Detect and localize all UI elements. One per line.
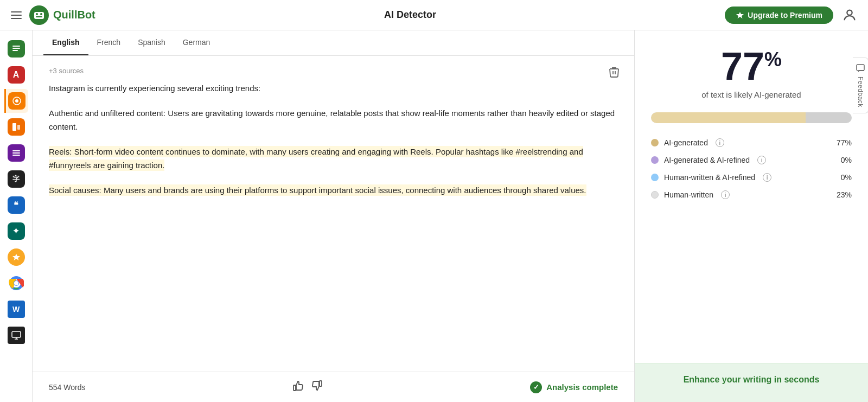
sidebar-item-ai-detector[interactable]	[4, 89, 28, 113]
sidebar-item-summarizer[interactable]	[4, 37, 28, 61]
svg-rect-13	[12, 150, 20, 151]
svg-rect-6	[12, 46, 20, 47]
tab-spanish[interactable]: Spanish	[129, 30, 174, 55]
results-area: 77% of text is likely AI-generated AI-ge…	[635, 30, 868, 363]
grammar-icon: A	[8, 66, 25, 84]
paragraph-2: Authentic and unfiltered content: Users …	[49, 106, 618, 134]
feedback-tab[interactable]: Feedback	[853, 58, 868, 113]
legend-ai-refined: AI-generated & AI-refined i 0%	[651, 156, 852, 164]
paragraph-4: Social causes: Many users and brands are…	[49, 183, 618, 197]
ai-percentage: 77%	[721, 47, 782, 86]
sources-tag: +3 sources	[49, 67, 618, 75]
sidebar-item-translator[interactable]: 字	[4, 167, 28, 191]
thumbs-up-icon[interactable]	[292, 380, 304, 394]
tab-german[interactable]: German	[174, 30, 219, 55]
svg-rect-14	[12, 152, 20, 154]
right-panel: 77% of text is likely AI-generated AI-ge…	[635, 30, 868, 402]
word-count: 554 Words	[49, 383, 85, 392]
left-panel: English French Spanish German +3 sources…	[33, 30, 635, 402]
ai-refined-value: 0%	[841, 156, 852, 164]
translator-icon: 字	[8, 170, 25, 188]
svg-rect-0	[34, 12, 44, 19]
premium-icon	[8, 248, 25, 266]
sidebar: A 字 ❝ ✦	[0, 30, 33, 402]
tab-english[interactable]: English	[43, 30, 88, 55]
human-written-value: 23%	[837, 190, 852, 199]
svg-point-20	[14, 281, 18, 285]
sidebar-item-paraphraser[interactable]	[4, 115, 28, 139]
text-content: Instagram is currently experiencing seve…	[49, 81, 618, 197]
sidebar-item-premium[interactable]	[4, 245, 28, 269]
likelihood-text: of text is likely AI-generated	[701, 90, 801, 99]
promo-text: Enhance your writing in seconds	[651, 375, 852, 385]
human-written-info[interactable]: i	[721, 190, 730, 199]
summarizer-icon	[8, 40, 25, 58]
svg-rect-21	[12, 331, 21, 337]
ai-generated-info[interactable]: i	[716, 138, 724, 147]
svg-point-10	[15, 99, 18, 103]
svg-rect-7	[12, 48, 20, 49]
navbar-left: QuillBot	[11, 5, 95, 25]
main-content: English French Spanish German +3 sources…	[33, 30, 868, 402]
svg-point-2	[40, 13, 42, 15]
svg-rect-12	[17, 125, 20, 130]
human-progress-fill	[806, 112, 852, 123]
sidebar-item-word[interactable]: W	[4, 297, 28, 321]
paragraph-3: Reels: Short-form video content continue…	[49, 145, 618, 173]
hamburger-menu[interactable]	[11, 11, 22, 19]
user-icon[interactable]	[842, 8, 857, 23]
tab-french[interactable]: French	[88, 30, 130, 55]
legend-human-refined: Human-written & AI-refined i 0%	[651, 173, 852, 182]
sidebar-item-grammar[interactable]: A	[4, 63, 28, 87]
promo-section: Enhance your writing in seconds	[635, 363, 868, 402]
progress-bar	[651, 112, 852, 123]
ai-refined-info[interactable]: i	[757, 156, 766, 164]
feedback-icon	[856, 63, 865, 73]
feedback-label: Feedback	[857, 76, 864, 107]
svg-rect-8	[12, 50, 18, 51]
human-written-label: Human-written	[664, 190, 713, 199]
logo-icon	[29, 5, 49, 25]
ai-generated-dot	[651, 139, 659, 146]
sidebar-item-citation[interactable]: ❝	[4, 193, 28, 217]
delete-button[interactable]	[608, 66, 620, 80]
paraphraser-icon	[8, 118, 25, 136]
word-icon: W	[8, 301, 25, 318]
ai-generated-value: 77%	[837, 138, 852, 147]
language-tabs: English French Spanish German	[33, 30, 634, 56]
svg-rect-24	[293, 385, 296, 391]
navbar: QuillBot AI Detector Upgrade to Premium	[0, 0, 868, 30]
upgrade-button[interactable]: Upgrade to Premium	[725, 7, 833, 24]
ai-progress-fill	[651, 112, 806, 123]
ai-refined-label: AI-generated & AI-refined	[664, 156, 750, 164]
text-area[interactable]: +3 sources Instagram is currently experi…	[33, 56, 634, 372]
svg-rect-11	[12, 123, 16, 131]
svg-rect-3	[36, 16, 42, 17]
ai-detector-icon	[8, 92, 25, 110]
human-refined-info[interactable]: i	[763, 173, 771, 182]
ai-writer-icon: ✦	[8, 222, 25, 240]
human-refined-value: 0%	[841, 173, 852, 182]
human-written-dot	[651, 191, 659, 199]
sidebar-item-chrome[interactable]	[4, 271, 28, 295]
highlighted-text-2: Social causes: Many users and brands are…	[49, 184, 586, 196]
feedback-icons	[292, 380, 323, 394]
ai-refined-dot	[651, 156, 659, 164]
svg-point-1	[36, 13, 38, 15]
sidebar-item-ai-writer[interactable]: ✦	[4, 219, 28, 243]
summarize2-icon	[8, 144, 25, 162]
logo[interactable]: QuillBot	[29, 5, 95, 25]
monitor-icon	[8, 327, 25, 344]
chrome-icon	[8, 275, 25, 292]
svg-marker-4	[736, 12, 744, 18]
check-circle-icon: ✓	[530, 381, 542, 393]
sidebar-item-summarize2[interactable]	[4, 141, 28, 165]
logo-text: QuillBot	[53, 9, 95, 21]
svg-rect-15	[12, 155, 20, 156]
sidebar-item-monitor[interactable]	[4, 323, 28, 347]
svg-marker-16	[12, 254, 20, 260]
thumbs-down-icon[interactable]	[311, 380, 323, 394]
ai-generated-label: AI-generated	[664, 138, 708, 147]
legend-human-written: Human-written i 23%	[651, 190, 852, 199]
navbar-right: Upgrade to Premium	[725, 7, 857, 24]
